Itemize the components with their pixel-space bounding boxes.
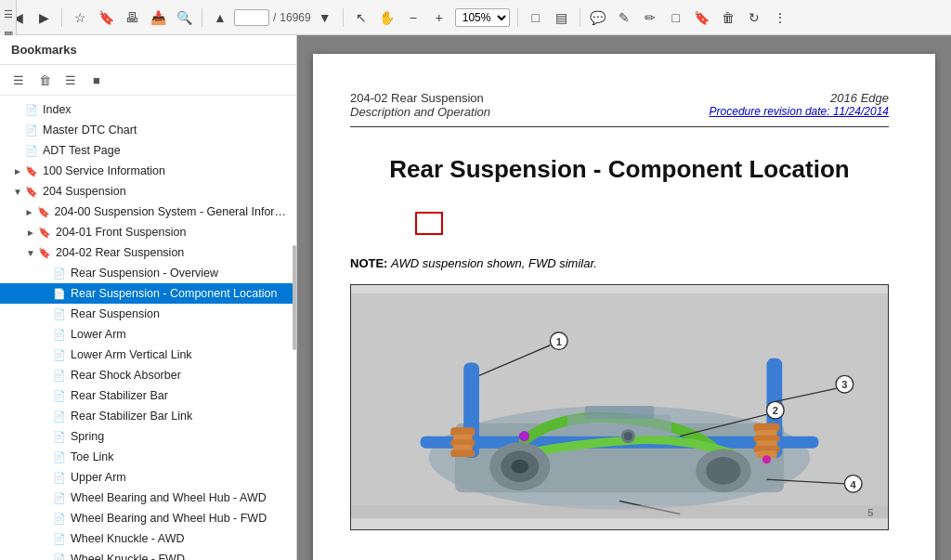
download-icon[interactable]: 📥 (148, 7, 168, 28)
sidebar-item-204-suspension[interactable]: ▼ 🔖 204 Suspension (0, 181, 296, 202)
sidebar-item-lower-arm-vertical[interactable]: 📄 Lower Arm Vertical Link (0, 345, 296, 365)
expand-placeholder (39, 389, 52, 402)
select-tool-icon[interactable]: ↖ (351, 7, 371, 28)
page-icon: 📄 (52, 327, 67, 342)
expand-placeholder (39, 348, 52, 361)
page-icon: 📄 (52, 266, 67, 280)
stamp-icon[interactable]: 🔖 (692, 7, 712, 28)
svg-point-42 (624, 432, 632, 440)
expand-placeholder (39, 267, 52, 280)
current-page-input[interactable]: 320 (234, 9, 269, 26)
sidebar-item-spring[interactable]: 📄 Spring (0, 426, 296, 447)
sidebar-header: Bookmarks (0, 35, 296, 65)
sidebar-item-wheel-knuckle-fwd[interactable]: 📄 Wheel Knuckle - FWD (0, 549, 296, 560)
sidebar-item-lower-arm[interactable]: 📄 Lower Arm (0, 324, 296, 345)
expand-placeholder (39, 471, 52, 484)
bookmark-add-icon[interactable]: ☆ (70, 7, 90, 28)
svg-point-23 (706, 457, 740, 485)
folder-icon: 🔖 (36, 204, 51, 219)
expand-icon-204-01: ► (24, 226, 37, 239)
pdf-header-left: 204-02 Rear Suspension Description and O… (350, 91, 490, 119)
item-label: Lower Arm Vertical Link (71, 348, 192, 361)
sidebar-item-rear-overview[interactable]: 📄 Rear Suspension - Overview (0, 263, 296, 283)
page-icon: 📄 (52, 511, 67, 526)
sidebar-item-rear-shock[interactable]: 📄 Rear Shock Absorber (0, 365, 296, 385)
page-icon: 📄 (52, 306, 67, 321)
sidebar-item-rear-stabilizer-link[interactable]: 📄 Rear Stabilizer Bar Link (0, 406, 296, 426)
highlight-icon[interactable]: ✎ (614, 7, 634, 28)
prev-page-icon[interactable]: ▲ (210, 7, 230, 28)
item-label: Wheel Bearing and Wheel Hub - AWD (71, 491, 267, 504)
sidebar-collapse-btn[interactable]: ☰ (59, 69, 82, 91)
next-page-icon[interactable]: ▼ (315, 7, 335, 28)
pdf-doc-title: 204-02 Rear Suspension (350, 91, 490, 105)
page-icon: 📄 (52, 490, 67, 505)
sidebar-item-index[interactable]: 📄 Index (0, 99, 296, 120)
expand-placeholder (39, 450, 52, 463)
sidebar-menu-btn[interactable]: ☰ (7, 69, 30, 91)
page-icon: 📄 (24, 102, 39, 117)
eraser-icon[interactable]: 🗑 (718, 7, 738, 28)
pen-icon[interactable]: ✏ (640, 7, 660, 28)
hand-tool-icon[interactable]: ✋ (377, 7, 397, 28)
sidebar-toolbar: ☰ 🗑 ☰ ■ (0, 65, 296, 96)
fit-page-icon[interactable]: □ (526, 7, 546, 28)
forward-icon[interactable]: ▶ (33, 7, 54, 28)
sidebar-item-204-00[interactable]: ► 🔖 204-00 Suspension System - General I… (0, 202, 296, 222)
svg-text:1: 1 (556, 336, 562, 347)
sidebar-item-rear-component-location[interactable]: 📄 Rear Suspension - Component Location (0, 283, 296, 304)
sidebar-bookmark-btn[interactable]: ■ (85, 69, 108, 91)
sidebar-item-upper-arm[interactable]: 📄 Upper Arm (0, 467, 296, 488)
sidebar-item-rear-suspension[interactable]: 📄 Rear Suspension (0, 304, 296, 324)
bookmark-icon[interactable]: 🔖 (96, 7, 116, 28)
svg-text:3: 3 (841, 379, 847, 390)
sidebar-expand-btn[interactable]: 🗑 (33, 69, 56, 91)
item-label: Upper Arm (71, 471, 126, 484)
sidebar-item-rear-stabilizer-bar[interactable]: 📄 Rear Stabilizer Bar (0, 385, 296, 406)
item-label: Lower Arm (71, 328, 126, 341)
comment-icon[interactable]: 💬 (588, 7, 608, 28)
zoom-in-icon[interactable]: + (429, 7, 449, 28)
zoom-select[interactable]: 105% (455, 8, 510, 27)
sidebar-resizer-visual (293, 245, 296, 350)
sidebar-resizer[interactable] (291, 35, 296, 560)
note-label: NOTE: (350, 256, 387, 270)
search-icon[interactable]: 🔍 (174, 7, 194, 28)
page-icon: 📄 (24, 143, 39, 158)
item-label: Toe Link (71, 450, 114, 463)
sep-4 (517, 8, 518, 27)
expand-icon-204-00: ► (23, 205, 36, 218)
zoom-out-icon[interactable]: − (403, 7, 423, 28)
sidebar-item-100-service[interactable]: ► 🔖 100 Service Information (0, 161, 296, 181)
pdf-header: 204-02 Rear Suspension Description and O… (350, 91, 889, 127)
expand-placeholder (39, 553, 52, 560)
page-icon: 📄 (52, 429, 67, 444)
sidebar-item-adt-test[interactable]: 📄 ADT Test Page (0, 140, 296, 161)
svg-rect-40 (585, 406, 655, 419)
continuous-scroll-icon[interactable]: ▤ (552, 7, 572, 28)
svg-rect-10 (450, 450, 475, 457)
note-italic: AWD suspension shown, FWD similar. (391, 256, 597, 270)
shape-icon[interactable]: □ (666, 7, 686, 28)
print-icon[interactable]: 🖶 (122, 7, 142, 28)
more-icon[interactable]: ⋮ (770, 7, 790, 28)
sidebar-item-204-01[interactable]: ► 🔖 204-01 Front Suspension (0, 222, 296, 242)
pdf-revision-link[interactable]: Procedure revision date: 11/24/2014 (710, 105, 889, 118)
svg-text:2: 2 (773, 405, 778, 416)
pdf-viewer[interactable]: 204-02 Rear Suspension Description and O… (297, 35, 951, 560)
sidebar-item-wheel-bearing-fwd[interactable]: 📄 Wheel Bearing and Wheel Hub - FWD (0, 508, 296, 528)
expand-placeholder (39, 532, 52, 545)
page-icon: 📄 (52, 347, 67, 362)
svg-rect-43 (351, 505, 888, 518)
sidebar-item-wheel-bearing-awd[interactable]: 📄 Wheel Bearing and Wheel Hub - AWD (0, 488, 296, 508)
page-icon: 📄 (52, 286, 67, 301)
sidebar-item-204-02[interactable]: ▼ 🔖 204-02 Rear Suspension (0, 242, 296, 263)
expand-icon-204-02: ▼ (24, 246, 37, 259)
folder-icon: 🔖 (37, 245, 52, 260)
sidebar-item-wheel-knuckle-awd[interactable]: 📄 Wheel Knuckle - AWD (0, 528, 296, 549)
sidebar-item-toe-link[interactable]: 📄 Toe Link (0, 447, 296, 467)
expand-placeholder (39, 369, 52, 382)
sep-1 (61, 8, 62, 27)
sidebar-item-master-dtc[interactable]: 📄 Master DTC Chart (0, 120, 296, 140)
undo-icon[interactable]: ↻ (744, 7, 764, 28)
